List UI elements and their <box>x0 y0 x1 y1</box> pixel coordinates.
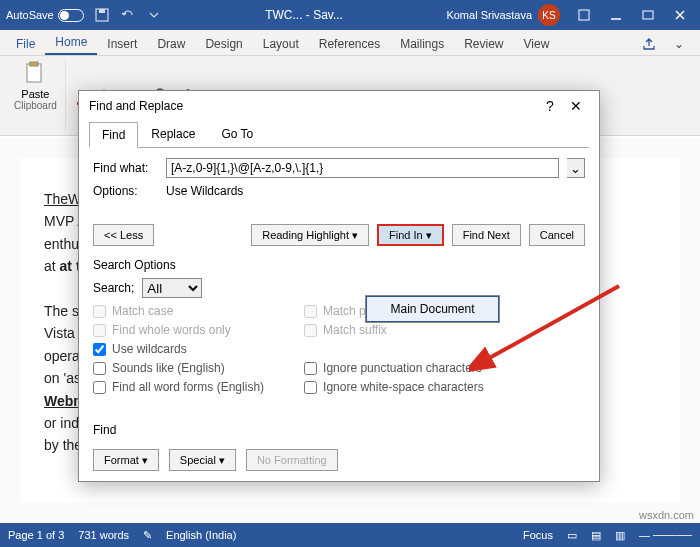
special-button[interactable]: Special ▾ <box>169 449 236 471</box>
use-wildcards-checkbox[interactable]: Use wildcards <box>93 342 264 356</box>
options-value: Use Wildcards <box>166 184 243 198</box>
paste-button[interactable]: Paste <box>21 60 49 100</box>
avatar: KS <box>538 4 560 26</box>
svg-rect-6 <box>30 62 38 66</box>
tab-goto[interactable]: Go To <box>208 121 266 147</box>
tab-references[interactable]: References <box>309 33 390 55</box>
tab-draw[interactable]: Draw <box>147 33 195 55</box>
reading-highlight-label: Reading Highlight <box>262 229 349 241</box>
user-name: Komal Srivastava <box>446 9 532 21</box>
svg-rect-1 <box>99 9 105 13</box>
zoom-slider[interactable]: — ───── <box>639 529 692 541</box>
cancel-button[interactable]: Cancel <box>529 224 585 246</box>
whole-words-label: Find whole words only <box>112 323 231 337</box>
tab-layout[interactable]: Layout <box>253 33 309 55</box>
read-mode-icon[interactable]: ▭ <box>567 529 577 542</box>
options-label: Options: <box>93 184 158 198</box>
clipboard-group-label: Clipboard <box>14 100 57 111</box>
search-options-heading: Search Options <box>93 258 585 272</box>
doc-text: or indi <box>44 415 82 431</box>
no-formatting-button: No Formatting <box>246 449 338 471</box>
sounds-like-label: Sounds like (English) <box>112 361 225 375</box>
match-case-label: Match case <box>112 304 173 318</box>
language-status[interactable]: English (India) <box>166 529 236 541</box>
match-case-checkbox: Match case <box>93 304 264 318</box>
match-suffix-label: Match suffix <box>323 323 387 337</box>
find-in-menu: Main Document <box>365 295 500 323</box>
ignore-punct-label: Ignore punctuation characters <box>323 361 482 375</box>
ribbon-tabs: File Home Insert Draw Design Layout Refe… <box>0 30 700 56</box>
find-next-button[interactable]: Find Next <box>452 224 521 246</box>
word-forms-label: Find all word forms (English) <box>112 380 264 394</box>
paste-label: Paste <box>21 88 49 100</box>
title-bar: AutoSave TWC... - Sav... Komal Srivastav… <box>0 0 700 30</box>
tab-design[interactable]: Design <box>195 33 252 55</box>
svg-rect-2 <box>579 10 589 20</box>
svg-rect-5 <box>27 64 41 82</box>
focus-mode[interactable]: Focus <box>523 529 553 541</box>
help-button[interactable]: ? <box>537 98 563 114</box>
find-in-label: Find In <box>389 229 423 241</box>
find-replace-dialog: Find and Replace ? ✕ Find Replace Go To … <box>78 90 600 482</box>
chevron-down-icon: ▾ <box>426 229 432 242</box>
word-forms-checkbox[interactable]: Find all word forms (English) <box>93 380 264 394</box>
maximize-icon[interactable] <box>634 5 662 25</box>
tab-mailings[interactable]: Mailings <box>390 33 454 55</box>
web-layout-icon[interactable]: ▥ <box>615 529 625 542</box>
save-icon[interactable] <box>94 7 110 23</box>
tab-file[interactable]: File <box>6 33 45 55</box>
autosave-toggle[interactable]: AutoSave <box>6 9 84 22</box>
tab-home[interactable]: Home <box>45 31 97 55</box>
dialog-tabs: Find Replace Go To <box>79 121 599 147</box>
find-in-button[interactable]: Find In ▾ <box>377 224 444 246</box>
chevron-down-icon[interactable] <box>146 7 162 23</box>
ignore-punct-checkbox[interactable]: Ignore punctuation characters <box>304 361 484 375</box>
undo-icon[interactable] <box>120 7 136 23</box>
share-button[interactable] <box>634 33 664 55</box>
minimize-icon[interactable] <box>602 5 630 25</box>
chevron-down-icon: ▾ <box>142 454 148 467</box>
svg-rect-4 <box>643 11 653 19</box>
chevron-down-icon: ▾ <box>352 229 358 242</box>
reading-highlight-button[interactable]: Reading Highlight ▾ <box>251 224 369 246</box>
close-icon[interactable] <box>666 5 694 25</box>
word-count[interactable]: 731 words <box>78 529 129 541</box>
close-button[interactable]: ✕ <box>563 98 589 114</box>
less-button[interactable]: << Less <box>93 224 154 246</box>
sounds-like-checkbox[interactable]: Sounds like (English) <box>93 361 264 375</box>
search-direction-select[interactable]: All <box>142 278 202 298</box>
dialog-titlebar[interactable]: Find and Replace ? ✕ <box>79 91 599 121</box>
ignore-whitespace-checkbox[interactable]: Ignore white-space characters <box>304 380 484 394</box>
status-bar: Page 1 of 3 731 words ✎ English (India) … <box>0 523 700 547</box>
paste-icon <box>22 60 48 86</box>
tab-view[interactable]: View <box>514 33 560 55</box>
watermark: wsxdn.com <box>639 509 694 521</box>
find-what-label: Find what: <box>93 161 158 175</box>
find-what-input[interactable] <box>166 158 559 178</box>
ribbon-display-icon[interactable] <box>570 5 598 25</box>
search-direction-label: Search; <box>93 281 134 295</box>
document-title: TWC... - Sav... <box>162 8 447 22</box>
tab-replace[interactable]: Replace <box>138 121 208 147</box>
find-history-dropdown[interactable]: ⌄ <box>567 158 585 178</box>
tab-insert[interactable]: Insert <box>97 33 147 55</box>
wildcards-label: Use wildcards <box>112 342 187 356</box>
doc-text: by the <box>44 437 82 453</box>
quick-access-toolbar <box>94 7 162 23</box>
ribbon-chevron-icon[interactable]: ⌄ <box>664 33 694 55</box>
dialog-title: Find and Replace <box>89 99 183 113</box>
print-layout-icon[interactable]: ▤ <box>591 529 601 542</box>
main-document-item[interactable]: Main Document <box>366 296 499 322</box>
user-account[interactable]: Komal Srivastava KS <box>446 4 560 26</box>
find-section-heading: Find <box>93 423 585 437</box>
proofing-icon[interactable]: ✎ <box>143 529 152 542</box>
page-count[interactable]: Page 1 of 3 <box>8 529 64 541</box>
format-button[interactable]: Format ▾ <box>93 449 159 471</box>
tab-review[interactable]: Review <box>454 33 513 55</box>
tab-find[interactable]: Find <box>89 122 138 148</box>
toggle-off-icon <box>58 9 84 22</box>
chevron-down-icon: ▾ <box>219 454 225 467</box>
match-suffix-checkbox: Match suffix <box>304 323 484 337</box>
ignore-whitespace-label: Ignore white-space characters <box>323 380 484 394</box>
special-label: Special <box>180 454 216 466</box>
